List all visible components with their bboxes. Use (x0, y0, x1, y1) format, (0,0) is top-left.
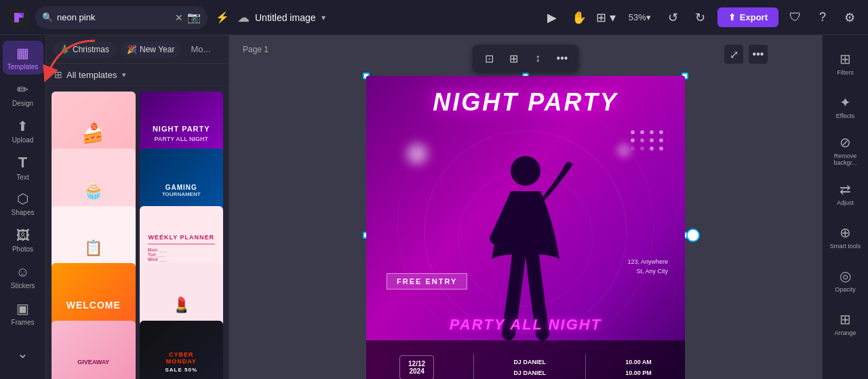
rs-item-filters[interactable]: ⊞ Filters (826, 43, 865, 83)
shapes-icon: ⬡ (17, 191, 28, 207)
tab-new-year[interactable]: 🎉 New Year (120, 41, 181, 58)
canvas-toolbar: ⊡ ⊞ ↕ ••• (473, 45, 578, 72)
flyer: NIGHT PARTY (366, 76, 685, 379)
arrange-icon: ⊞ (840, 311, 851, 327)
template-grid: 🍰 NIGHT PARTY PARTY ALL NIGHT 🧁 GAMING T… (46, 86, 229, 379)
rs-item-opacity[interactable]: ◎ Opacity (826, 260, 865, 300)
sidebar-item-more[interactable]: ⌄ (3, 333, 43, 374)
effects-icon: ✦ (840, 94, 851, 111)
sidebar-item-stickers[interactable]: ☺ Stickers (3, 260, 43, 294)
export-icon: ⬆ (728, 12, 736, 22)
canvas-area: Page 1 ⊡ ⊞ ↕ ••• ⤢ ••• (229, 35, 822, 379)
rs-item-effects[interactable]: ✦ Effects (826, 87, 865, 126)
more-options-button[interactable]: ••• (553, 49, 572, 68)
hand-tool-button[interactable]: ✋ (569, 7, 589, 28)
canvas-wrapper: ↻ NIGHT PARTY (229, 35, 822, 379)
grid-view-button[interactable]: ⊞ (504, 49, 523, 68)
sidebar-item-text[interactable]: T Text (3, 151, 43, 184)
dots-decoration (631, 130, 665, 151)
help-icon[interactable]: ? (812, 7, 833, 28)
opacity-icon: ◎ (840, 268, 851, 284)
flyer-title: NIGHT PARTY (366, 88, 685, 117)
sidebar-item-shapes[interactable]: ⬡ Shapes (3, 187, 43, 221)
more-categories-button[interactable]: Mo... (185, 41, 216, 58)
rotate-handle[interactable]: ↻ (686, 228, 700, 242)
flyer-bottom-bar: 12/12 2024 DJ DANIEL DJ DANIEL 10.00 AM … (366, 340, 685, 379)
divider-2 (585, 354, 586, 379)
divider (473, 354, 474, 379)
redo-button[interactable]: ↻ (690, 7, 711, 28)
templates-dropdown-arrow: ▾ (122, 71, 126, 79)
rs-item-adjust[interactable]: ⇄ Adjust (826, 174, 865, 213)
templates-header-icon: ⊞ (54, 69, 62, 80)
topbar-right: ▶ ✋ ⊞ ▾ 53% ▾ ↺ ↻ ⬆ Export 🛡 ? ⚙ (542, 7, 860, 28)
page-label: Page 1 (243, 45, 269, 54)
upload-icon: ⬆ (17, 118, 28, 134)
rs-item-smart-tools[interactable]: ⊕ Smart tools (826, 217, 865, 256)
shield-icon[interactable]: 🛡 (785, 7, 806, 28)
sidebar-item-templates[interactable]: ▦ Templates (3, 41, 43, 75)
photos-icon: 🖼 (16, 228, 30, 243)
search-icon: 🔍 (42, 12, 53, 22)
flyer-free-entry: FREE ENTRY (387, 273, 467, 290)
doc-icon: ☁ (237, 10, 250, 25)
rs-item-remove-bg[interactable]: ⊘ Remove backgr... (826, 130, 865, 169)
flyer-address: 123, Anywhere St, Any City (627, 258, 668, 276)
settings-icon[interactable]: ⚙ (840, 7, 860, 28)
doc-title: Untitled image (255, 12, 316, 23)
sidebar-item-upload[interactable]: ⬆ Upload (3, 114, 43, 148)
tab-christmas[interactable]: 🎄 Christmas (53, 41, 116, 58)
templates-icon: ▦ (16, 45, 29, 61)
rs-item-arrange[interactable]: ⊞ Arrange (826, 304, 865, 343)
flyer-main-text: PARTY ALL NIGHT (450, 316, 601, 334)
silhouette (471, 151, 580, 340)
canvas-more-button[interactable]: ••• (749, 45, 768, 64)
doc-dropdown-arrow[interactable]: ▾ (321, 13, 326, 22)
clear-search-button[interactable]: ✕ (175, 12, 183, 23)
adjust-icon: ⇄ (840, 181, 851, 197)
template-card[interactable]: CYBER MONDAY SALE 50% (140, 321, 224, 379)
layout-button[interactable]: ⊞ ▾ (596, 7, 616, 28)
topbar: 🔍 ✕ 📷 ⚡ ☁ Untitled image ▾ ▶ ✋ ⊞ ▾ 53% ▾… (0, 0, 868, 35)
topbar-center: ☁ Untitled image ▾ (237, 10, 536, 25)
new-year-emoji: 🎉 (127, 45, 137, 54)
flip-button[interactable]: ↕ (528, 49, 547, 68)
chevron-down-icon: ⌄ (17, 345, 28, 361)
canvas-resize-button[interactable]: ⤢ (724, 45, 743, 64)
sidebar-item-design[interactable]: ✏ Design (3, 77, 43, 111)
template-card[interactable]: GIVEAWAY (52, 321, 136, 379)
sidebar-item-frames[interactable]: ▣ Frames (3, 296, 43, 330)
camera-search-button[interactable]: 📷 (187, 11, 201, 24)
panel-area: 🎄 Christmas 🎉 New Year Mo... ⊞ All templ… (46, 35, 229, 379)
text-icon: T (18, 154, 27, 172)
sidebar-item-photos[interactable]: 🖼 Photos (3, 223, 43, 257)
search-bar: 🔍 ✕ 📷 (35, 6, 208, 29)
stickers-icon: ☺ (16, 264, 29, 280)
filter-button[interactable]: ⚡ (213, 8, 232, 27)
frames-icon: ▣ (16, 300, 29, 317)
zoom-button[interactable]: 53% ▾ (623, 7, 656, 28)
smart-tools-icon: ⊕ (840, 224, 851, 241)
undo-button[interactable]: ↺ (663, 7, 684, 28)
logo-button[interactable] (8, 7, 30, 28)
flyer-time: 10.00 AM 10.00 PM (625, 357, 652, 378)
filters-icon: ⊞ (840, 51, 851, 67)
templates-header[interactable]: ⊞ All templates ▾ (46, 64, 229, 86)
category-tabs: 🎄 Christmas 🎉 New Year Mo... (46, 35, 229, 64)
christmas-emoji: 🎄 (60, 45, 70, 54)
left-sidebar: ▦ Templates ✏ Design ⬆ Upload T Text ⬡ S… (0, 35, 46, 379)
design-icon: ✏ (17, 81, 28, 98)
topbar-left: 🔍 ✕ 📷 ⚡ (8, 6, 232, 29)
flyer-date: 12/12 2024 (399, 355, 434, 379)
right-sidebar: ⊞ Filters ✦ Effects ⊘ Remove backgr... ⇄… (822, 35, 868, 379)
canvas-frame[interactable]: ↻ NIGHT PARTY (366, 76, 685, 379)
main-area: ▦ Templates ✏ Design ⬆ Upload T Text ⬡ S… (0, 35, 868, 379)
search-input[interactable] (57, 12, 171, 22)
play-button[interactable]: ▶ (542, 7, 562, 28)
crop-tool-button[interactable]: ⊡ (479, 49, 498, 68)
export-button[interactable]: ⬆ Export (717, 7, 778, 27)
svg-point-1 (511, 156, 540, 186)
remove-bg-icon: ⊘ (840, 134, 851, 151)
flyer-dj-info: DJ DANIEL DJ DANIEL (513, 357, 546, 378)
